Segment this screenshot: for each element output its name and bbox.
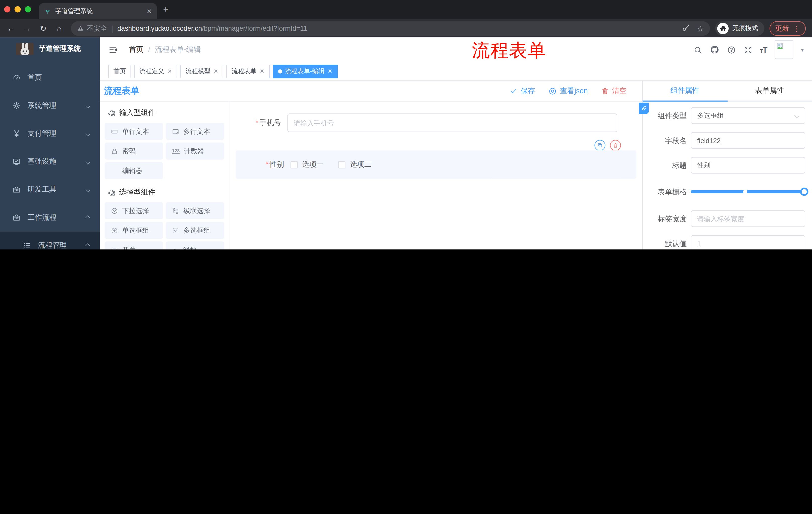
chip-label: 滑块 [183,245,197,249]
sidebar-item-workflow[interactable]: 工作流程 [0,204,100,232]
chip-label: 开关 [122,245,136,249]
search-icon[interactable] [693,45,702,54]
sidebar-item-payment[interactable]: 支付管理 [0,120,100,147]
monitor-icon [12,157,21,166]
tag-process-model[interactable]: 流程模型✕ [180,64,224,78]
form-grid-slider[interactable] [691,190,804,193]
url-host: dashboard.yudao.iocoder.cn [117,24,202,32]
browser-toolbar: ← → ↻ ⌂ 不安全 | dashboard.yudao.iocoder.cn… [0,19,812,37]
component-chip-editor[interactable]: 编辑器 [105,162,163,179]
sidebar-item-process-mgmt[interactable]: 流程管理 [0,232,100,249]
input-box-icon [111,128,118,135]
sidebar-item-infrastructure[interactable]: 基础设施 [0,147,100,175]
save-button[interactable]: 保存 [510,86,535,96]
incognito-badge: 无痕模式 [715,21,764,35]
selected-component-gender[interactable]: *性别 选项一 选项二 [236,151,636,179]
component-chip-switch[interactable]: 开关 [105,241,163,249]
key-icon[interactable] [682,24,690,32]
default-value-label: 默认值 [643,235,687,249]
tags-view-bar: 首页 流程定义✕ 流程模型✕ 流程表单✕ 流程表单-编辑✕ [100,62,812,81]
incognito-icon [719,24,727,32]
address-bar[interactable]: 不安全 | dashboard.yudao.iocoder.cn/bpm/man… [71,21,710,35]
chip-label: 单行文本 [122,127,149,136]
checkbox[interactable] [291,161,298,168]
new-tab-button[interactable]: + [163,5,168,15]
avatar[interactable] [775,40,793,59]
window-zoom-button[interactable] [25,6,31,12]
tag-close-icon[interactable]: ✕ [260,68,265,75]
default-value-input[interactable] [691,235,806,249]
tab-form-props[interactable]: 表单属性 [727,81,812,100]
help-icon[interactable] [727,45,736,54]
sidebar-item-devtools[interactable]: 研发工具 [0,176,100,204]
phone-field-label: *手机号 [229,118,287,128]
tag-process-definition[interactable]: 流程定义✕ [134,64,177,78]
component-chip-cascader[interactable]: 级联选择 [166,202,224,219]
checkbox[interactable] [339,161,346,168]
browser-menu-kebab-icon[interactable]: ⋮ [793,24,800,32]
tag-close-icon[interactable]: ✕ [328,68,332,75]
browser-update-button[interactable]: 更新 ⋮ [770,21,806,35]
window-close-button[interactable] [4,6,10,12]
label-width-input[interactable] [691,211,806,227]
sidebar-item-system[interactable]: 系统管理 [0,92,100,120]
slider-handle[interactable] [800,188,809,196]
sidebar-fold-icon[interactable] [108,45,118,54]
avatar-caret-icon[interactable]: ▾ [801,47,804,53]
fullscreen-icon[interactable] [744,45,752,54]
props-tabs: 组件属性 表单属性 [643,81,812,101]
component-chip-password[interactable]: 密码 [105,142,163,160]
checkbox-option-one[interactable]: 选项一 [291,160,324,169]
component-chip-single-text[interactable]: 单行文本 [105,123,163,140]
back-icon[interactable]: ← [3,24,19,33]
canvas-field-phone[interactable]: *手机号 [229,113,617,132]
view-json-button[interactable]: 查看json [548,86,588,96]
security-label: 不安全 [87,24,107,33]
required-asterisk: * [266,160,268,168]
main-area: 首页 / 流程表单-编辑 流程表单 TT ▾ 首页 流程 [100,37,812,249]
chevron-down-icon [85,103,90,108]
not-secure-warning-icon [77,25,84,32]
home-icon[interactable]: ⌂ [51,24,67,33]
field-name-input[interactable] [691,132,806,148]
duplicate-component-button[interactable] [594,140,605,151]
title-input[interactable] [691,157,806,173]
tab-close-icon[interactable]: ✕ [146,7,152,15]
component-chip-radio-group[interactable]: 单选框组 [105,222,163,239]
bookmark-star-icon[interactable]: ☆ [697,24,704,33]
chip-label: 单选框组 [122,225,149,235]
link-button[interactable] [639,103,649,114]
tag-process-form-edit[interactable]: 流程表单-编辑✕ [273,64,338,78]
sidebar-item-home[interactable]: 首页 [0,64,100,91]
trash-icon [612,142,618,148]
delete-component-button[interactable] [610,140,621,151]
component-chip-checkbox-group[interactable]: 多选框组 [166,222,224,239]
phone-field-input[interactable] [287,113,617,132]
clear-button[interactable]: 清空 [601,86,627,96]
forward-icon[interactable]: → [19,24,35,33]
tab-component-props[interactable]: 组件属性 [643,81,727,100]
component-chip-select[interactable]: 下拉选择 [105,202,163,219]
checkbox-label: 选项一 [302,160,324,169]
save-label: 保存 [521,86,535,96]
font-size-icon[interactable]: TT [760,45,767,54]
component-type-select[interactable]: 多选框组 [691,107,806,124]
tag-home[interactable]: 首页 [108,64,131,78]
section-title: 输入型组件 [119,108,155,118]
app-header: 首页 / 流程表单-编辑 流程表单 TT ▾ [100,37,812,62]
chip-label: 下拉选择 [122,206,149,215]
view-icon [548,87,557,95]
checkbox-option-two[interactable]: 选项二 [339,160,372,169]
breadcrumb-home[interactable]: 首页 [129,45,143,54]
component-chip-multi-text[interactable]: 多行文本 [166,123,224,140]
browser-tab[interactable]: 芋道管理系统 ✕ [39,3,157,19]
window-minimize-button[interactable] [14,6,21,12]
tag-close-icon[interactable]: ✕ [213,68,218,75]
github-icon[interactable] [710,45,719,54]
component-chip-counter[interactable]: 123计数器 [166,142,224,160]
component-chip-slider[interactable]: 滑块 [166,241,224,249]
reload-icon[interactable]: ↻ [35,24,51,33]
tag-close-icon[interactable]: ✕ [167,68,172,75]
lock-icon [111,147,118,155]
tag-process-form[interactable]: 流程表单✕ [227,64,270,78]
